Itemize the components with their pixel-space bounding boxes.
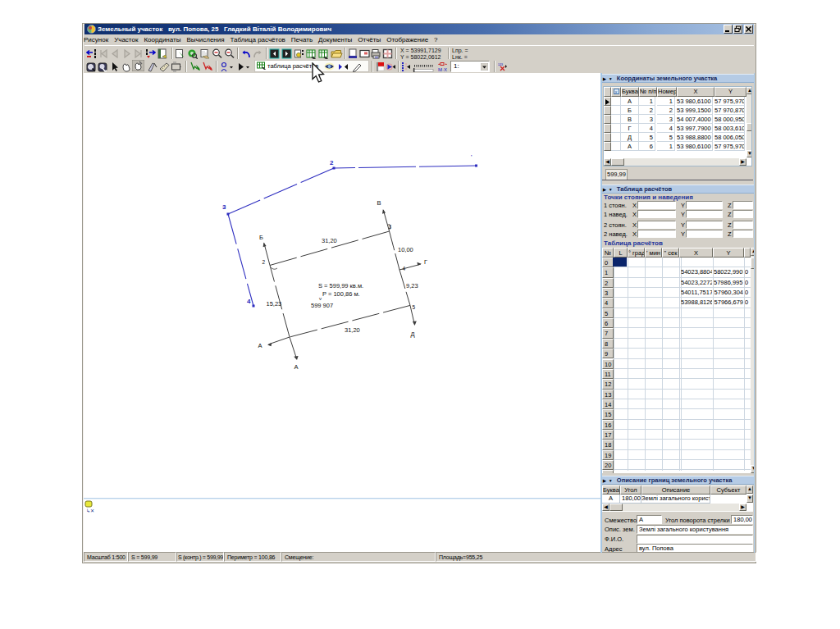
- svg-text:2: 2: [330, 159, 334, 166]
- svg-text:3: 3: [389, 224, 392, 230]
- svg-text:А: А: [294, 363, 299, 371]
- svg-text:10,00: 10,00: [398, 246, 413, 253]
- svg-text:4: 4: [403, 266, 406, 271]
- svg-text:31,20: 31,20: [345, 326, 360, 334]
- svg-text:15,23: 15,23: [267, 300, 282, 308]
- svg-text:3: 3: [222, 203, 226, 211]
- svg-text:599 907: 599 907: [311, 302, 333, 309]
- svg-text:M·X: M·X: [438, 67, 447, 72]
- svg-text:S = 599,99 кв.м.: S = 599,99 кв.м.: [318, 282, 363, 289]
- svg-text:Г: Г: [424, 258, 427, 266]
- svg-text:2: 2: [262, 259, 266, 265]
- svg-text:5: 5: [413, 304, 416, 310]
- svg-text:А: А: [258, 342, 262, 349]
- svg-text:31,20: 31,20: [322, 237, 337, 244]
- svg-text:Д: Д: [411, 330, 415, 338]
- svg-text:9,23: 9,23: [406, 282, 418, 289]
- svg-text:': ': [471, 154, 472, 159]
- svg-text:↳✕: ↳✕: [86, 508, 94, 513]
- svg-text:Б: Б: [259, 234, 263, 241]
- svg-text:4: 4: [247, 298, 251, 305]
- svg-text:В: В: [377, 199, 381, 207]
- svg-text:ν: ν: [319, 296, 322, 301]
- svg-text:P = 100,86 м.: P = 100,86 м.: [322, 290, 360, 298]
